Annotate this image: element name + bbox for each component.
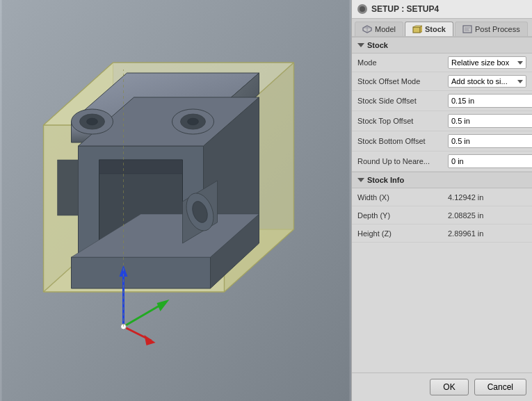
panel-tabs: Model Stock Post Process (352, 19, 532, 37)
mode-row: Mode Relative size box (352, 54, 532, 72)
stock-info-section-header[interactable]: Stock Info (352, 172, 532, 188)
panel-title-icon (357, 4, 367, 14)
svg-marker-43 (58, 160, 79, 215)
round-up-label: Round Up to Neare... (357, 157, 448, 165)
width-value: 4.12942 in (448, 193, 526, 202)
svg-marker-57 (420, 26, 422, 33)
panel-footer: OK Cancel (352, 373, 532, 401)
stock-bottom-offset-value: ▲ ▼ (448, 134, 532, 148)
stock-bottom-offset-input[interactable] (448, 134, 532, 148)
stock-side-offset-input[interactable] (448, 94, 532, 108)
height-row: Height (Z) 2.89961 in (352, 224, 532, 243)
stock-offset-mode-label: Stock Offset Mode (357, 77, 448, 85)
stock-icon (412, 25, 422, 33)
stock-offset-mode-text: Add stock to si... (451, 77, 508, 85)
svg-marker-37 (72, 257, 211, 288)
stock-section-header[interactable]: Stock (352, 37, 532, 54)
tab-model[interactable]: Model (355, 22, 403, 36)
setup-panel: SETUP : SETUP4 Model Stock (351, 0, 532, 401)
stock-info-triangle-icon (357, 178, 364, 182)
stock-offset-mode-dropdown[interactable]: Add stock to si... (448, 75, 526, 88)
mode-label: Mode (357, 58, 448, 67)
stock-top-offset-input[interactable] (448, 114, 532, 128)
mode-dropdown-arrow-icon (517, 61, 523, 65)
model-icon (362, 25, 372, 33)
depth-value: 2.08825 in (448, 211, 526, 220)
panel-content: Stock Mode Relative size box Stock Offse… (352, 37, 532, 373)
stock-side-offset-value: ▲ ▼ (448, 94, 532, 108)
ok-button[interactable]: OK (430, 379, 468, 395)
panel-title: SETUP : SETUP4 (371, 4, 439, 14)
stock-triangle-icon (357, 43, 364, 47)
height-info: 2.89961 in (448, 229, 483, 238)
tab-post-process-label: Post Process (475, 25, 520, 33)
3d-viewport[interactable] (0, 0, 351, 401)
depth-row: Depth (Y) 2.08825 in (352, 206, 532, 224)
stock-top-offset-value: ▲ ▼ (448, 114, 532, 128)
tab-stock-label: Stock (425, 25, 446, 33)
stock-offset-mode-value: Add stock to si... (448, 75, 526, 88)
cancel-button[interactable]: Cancel (474, 379, 526, 395)
width-row: Width (X) 4.12942 in (352, 188, 532, 206)
tab-post-process[interactable]: Post Process (455, 22, 528, 36)
stock-bottom-offset-row: Stock Bottom Offset ▲ ▼ (352, 131, 532, 152)
panel-title-bar: SETUP : SETUP4 (352, 0, 532, 19)
stock-side-offset-row: Stock Side Offset ▲ ▼ (352, 91, 532, 111)
stock-top-offset-label: Stock Top Offset (357, 117, 448, 125)
svg-rect-55 (413, 27, 420, 33)
stock-info-section-title: Stock Info (367, 176, 404, 184)
stock-offset-mode-row: Stock Offset Mode Add stock to si... (352, 72, 532, 91)
round-up-input[interactable] (448, 154, 532, 168)
stock-offset-mode-arrow-icon (517, 80, 523, 83)
width-label: Width (X) (357, 193, 448, 202)
svg-marker-26 (99, 160, 183, 174)
postprocess-icon (462, 25, 472, 33)
height-value: 2.89961 in (448, 229, 526, 238)
mode-dropdown-text: Relative size box (451, 58, 509, 67)
width-info: 4.12942 in (448, 193, 483, 202)
round-up-row: Round Up to Neare... ▲ ▼ (352, 152, 532, 172)
depth-info: 2.08825 in (448, 211, 483, 220)
mode-value: Relative size box (448, 56, 526, 69)
svg-point-32 (188, 118, 199, 125)
height-label: Height (Z) (357, 229, 448, 238)
stock-side-offset-label: Stock Side Offset (357, 97, 448, 105)
svg-point-29 (87, 118, 98, 125)
stock-bottom-offset-label: Stock Bottom Offset (357, 137, 448, 145)
tab-model-label: Model (375, 25, 396, 33)
depth-label: Depth (Y) (357, 211, 448, 220)
stock-top-offset-row: Stock Top Offset ▲ ▼ (352, 111, 532, 131)
round-up-value: ▲ ▼ (448, 154, 532, 168)
tab-stock[interactable]: Stock (405, 22, 453, 36)
mode-dropdown[interactable]: Relative size box (448, 56, 526, 69)
stock-section-title: Stock (367, 41, 388, 49)
